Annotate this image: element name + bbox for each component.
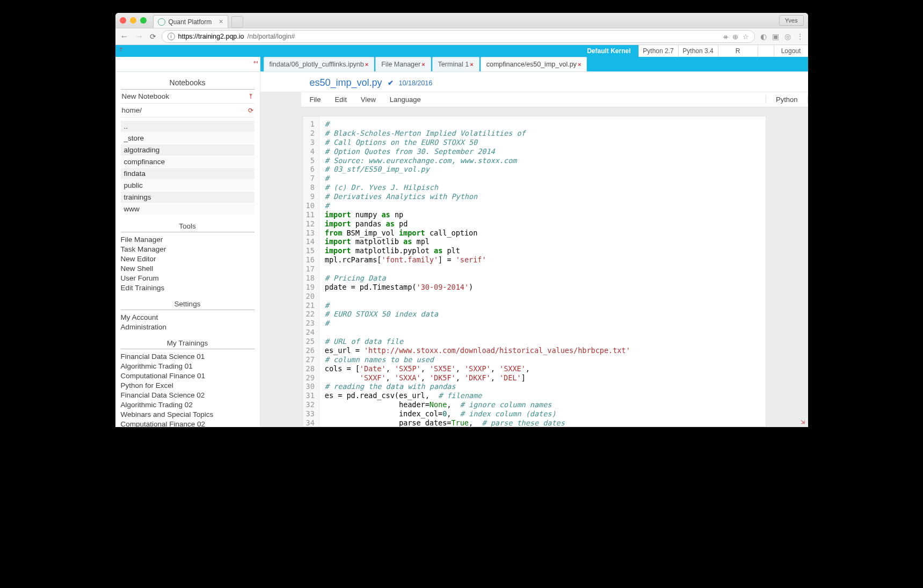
code-line[interactable]: # URL of data file: [325, 337, 630, 346]
code-line[interactable]: from BSM_imp_vol import call_option: [325, 229, 630, 238]
code-line[interactable]: es_url = 'http://www.stoxx.com/download/…: [325, 346, 630, 355]
code-line[interactable]: # Source: www.eurexchange.com, www.stoxx…: [325, 156, 630, 165]
home-row[interactable]: home/ ⟳: [121, 104, 255, 117]
code-line[interactable]: [325, 292, 630, 301]
training-item[interactable]: Python for Excel: [121, 380, 255, 390]
code-line[interactable]: # 03_stf/ES50_imp_vol.py: [325, 165, 630, 174]
folder-item[interactable]: findata: [121, 168, 255, 179]
training-item[interactable]: Computational Finance 02: [121, 419, 255, 427]
back-icon[interactable]: ←: [120, 32, 129, 41]
tools-item[interactable]: File Manager: [121, 234, 255, 244]
close-tab-icon[interactable]: ×: [365, 61, 368, 68]
training-item[interactable]: Algorithmic Trading 01: [121, 361, 255, 371]
settings-item[interactable]: My Account: [121, 312, 255, 322]
code-line[interactable]: # Black-Scholes-Merton Implied Volatilit…: [325, 129, 630, 138]
training-item[interactable]: Financial Data Science 01: [121, 351, 255, 361]
tools-item[interactable]: User Forum: [121, 273, 255, 283]
folder-item[interactable]: www: [121, 203, 255, 215]
code-line[interactable]: [325, 328, 630, 337]
settings-item[interactable]: Administration: [121, 322, 255, 332]
editor-tab[interactable]: File Manager×: [375, 57, 431, 71]
code-line[interactable]: cols = ['Date', 'SX5P', 'SX5E', 'SXXP', …: [325, 364, 630, 373]
menu-language[interactable]: Language: [390, 95, 421, 104]
site-info-icon[interactable]: i: [168, 33, 175, 40]
code-line[interactable]: index_col=0, # index column (dates): [325, 409, 630, 418]
new-tab-button[interactable]: [231, 16, 243, 28]
code-line[interactable]: import matplotlib as mpl: [325, 237, 630, 246]
logout-button[interactable]: Logout: [774, 45, 808, 57]
ext-icon-3[interactable]: ◎: [784, 32, 791, 41]
ext-icon-2[interactable]: ▣: [772, 32, 779, 41]
kernel-python34[interactable]: Python 3.4: [678, 45, 718, 57]
forward-icon[interactable]: →: [135, 32, 144, 41]
code-line[interactable]: # Option Quotes from 30. September 2014: [325, 147, 630, 156]
close-tab-icon[interactable]: ×: [421, 61, 425, 68]
editor-tab[interactable]: Terminal 1×: [432, 57, 479, 71]
code-line[interactable]: #: [325, 120, 630, 129]
tools-item[interactable]: New Editor: [121, 254, 255, 263]
close-tab-icon[interactable]: ×: [470, 61, 473, 68]
bookmark-icon[interactable]: ☆: [743, 33, 749, 41]
code-line[interactable]: pdate = pd.Timestamp('30-09-2014'): [325, 283, 630, 292]
browser-tab[interactable]: Quant Platform ✕: [153, 15, 229, 28]
folder-item[interactable]: ..: [121, 121, 255, 132]
code-source[interactable]: ## Black-Scholes-Merton Implied Volatili…: [319, 116, 636, 427]
code-line[interactable]: [325, 264, 630, 274]
code-line[interactable]: mpl.rcParams['font.family'] = 'serif': [325, 255, 630, 264]
reload-icon[interactable]: ⟳: [150, 32, 156, 41]
code-line[interactable]: # Pricing Data: [325, 274, 630, 283]
tools-item[interactable]: New Shell: [121, 263, 255, 273]
kernel-r[interactable]: R: [718, 45, 758, 57]
resize-handle-icon[interactable]: ⇲: [801, 419, 805, 425]
ext-icon-1[interactable]: ◐: [760, 32, 767, 41]
kernel-label[interactable]: Default Kernel: [579, 45, 638, 57]
code-line[interactable]: import numpy as np: [325, 210, 630, 219]
code-line[interactable]: #: [325, 301, 630, 310]
code-line[interactable]: 'SXXF', 'SXXA', 'DK5F', 'DKXF', 'DEL']: [325, 373, 630, 383]
code-line[interactable]: import pandas as pd: [325, 219, 630, 229]
folder-item[interactable]: trainings: [121, 192, 255, 203]
code-line[interactable]: es = pd.read_csv(es_url, # filename: [325, 391, 630, 400]
close-window-icon[interactable]: [120, 17, 126, 24]
code-line[interactable]: #: [325, 174, 630, 183]
code-line[interactable]: #: [325, 319, 630, 328]
editor-tab[interactable]: findata/06_plotly_cufflinks.ipynb×: [264, 57, 375, 71]
tools-item[interactable]: Task Manager: [121, 244, 255, 254]
training-item[interactable]: Webinars and Special Topics: [121, 409, 255, 419]
zoom-window-icon[interactable]: [140, 17, 147, 24]
training-item[interactable]: Algorithmic Trading 02: [121, 400, 255, 409]
minimize-window-icon[interactable]: [130, 17, 136, 24]
code-line[interactable]: header=None, # ignore column names: [325, 400, 630, 409]
translate-icon[interactable]: ᚑ: [723, 33, 728, 41]
folder-item[interactable]: public: [121, 180, 255, 191]
folder-item[interactable]: _store: [121, 133, 255, 144]
new-notebook-row[interactable]: New Notebook ⤒: [121, 90, 255, 104]
code-editor[interactable]: 1234567891011121314151617181920212223242…: [302, 116, 766, 427]
tools-item[interactable]: Edit Trainings: [121, 283, 255, 292]
code-line[interactable]: # Call Options on the EURO STOXX 50: [325, 138, 630, 147]
language-indicator[interactable]: Python: [766, 95, 808, 104]
panel-handle-icon[interactable]: ⇡: [119, 47, 123, 53]
zoom-icon[interactable]: ⊕: [732, 33, 738, 41]
collapse-sidebar-icon[interactable]: ↤: [253, 59, 258, 65]
code-line[interactable]: parse_dates=True, # parse these dates: [325, 418, 630, 427]
code-line[interactable]: # column names to be used: [325, 355, 630, 364]
editor-tab[interactable]: compfinance/es50_imp_vol.py×: [481, 57, 587, 71]
address-bar[interactable]: i https://training2.pqp.io/nb/portal/log…: [162, 30, 755, 43]
folder-item[interactable]: algotrading: [121, 144, 255, 156]
profile-chip[interactable]: Yves: [779, 15, 804, 26]
code-line[interactable]: # EURO STOXX 50 index data: [325, 310, 630, 319]
code-line[interactable]: import matplotlib.pyplot as plt: [325, 246, 630, 255]
close-tab-icon[interactable]: ✕: [219, 18, 223, 25]
folder-item[interactable]: compfinance: [121, 156, 255, 167]
refresh-icon[interactable]: ⟳: [248, 107, 253, 114]
menu-icon[interactable]: ⋮: [796, 32, 804, 41]
code-line[interactable]: # (c) Dr. Yves J. Hilpisch: [325, 183, 630, 192]
menu-edit[interactable]: Edit: [335, 95, 346, 104]
kernel-python27[interactable]: Python 2.7: [638, 45, 678, 57]
file-name[interactable]: es50_imp_vol.py: [310, 77, 382, 89]
training-item[interactable]: Financial Data Science 02: [121, 390, 255, 400]
menu-view[interactable]: View: [361, 95, 376, 104]
menu-file[interactable]: File: [310, 95, 321, 104]
close-tab-icon[interactable]: ×: [578, 61, 581, 68]
